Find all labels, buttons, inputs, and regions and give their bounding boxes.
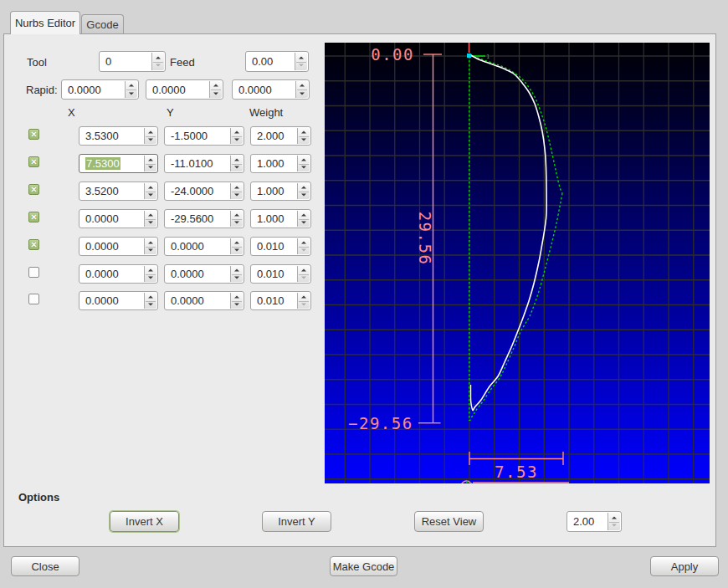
spin-down-icon[interactable] [234, 166, 239, 168]
spin-down-icon[interactable] [301, 138, 306, 141]
spin-up-icon[interactable] [234, 214, 239, 217]
spin-up-icon[interactable] [148, 131, 153, 134]
feed-spin-buttons[interactable] [295, 53, 307, 70]
spin-up-icon[interactable] [234, 131, 239, 134]
reset-view-button[interactable]: Reset View [414, 511, 484, 532]
point-4-x-spin-buttons[interactable] [144, 211, 156, 227]
point-5-x-spinbox[interactable]: 0.0000 [79, 237, 158, 256]
make-gcode-button[interactable]: Make Gcode [330, 556, 397, 576]
selected-point-marker[interactable] [467, 54, 471, 58]
point-5-weight-spinbox[interactable]: 0.010 [250, 237, 311, 256]
spin-down-icon[interactable] [234, 193, 239, 196]
point-1-y-spin-buttons[interactable] [230, 128, 243, 144]
point-1-enabled-checkbox[interactable] [28, 129, 39, 140]
point-1-weight-spin-buttons[interactable] [297, 128, 310, 144]
scale-spinbox[interactable]: 2.00 [567, 511, 622, 532]
point-5-x-spin-buttons[interactable] [144, 238, 156, 254]
spin-down-icon[interactable] [301, 221, 306, 223]
spin-up-icon[interactable] [301, 242, 306, 244]
spin-down-icon[interactable] [213, 92, 218, 95]
spin-down-icon[interactable] [148, 276, 153, 279]
point-2-weight-spin-buttons[interactable] [297, 156, 310, 171]
point-6-x-spinbox[interactable]: 0.0000 [79, 264, 158, 284]
spin-up-icon[interactable] [301, 269, 306, 272]
spin-up-icon[interactable] [301, 187, 306, 189]
spin-down-icon[interactable] [148, 138, 153, 141]
spin-up-icon[interactable] [301, 296, 306, 299]
point-1-weight-spinbox[interactable]: 2.000 [250, 126, 311, 146]
point-2-weight-spinbox[interactable]: 1.000 [250, 154, 311, 173]
spin-up-icon[interactable] [612, 516, 617, 519]
point-4-y-spin-buttons[interactable] [230, 211, 243, 227]
point-3-x-spinbox[interactable]: 3.5200 [79, 182, 158, 201]
point-4-weight-spinbox[interactable]: 1.000 [250, 209, 311, 228]
spin-down-icon[interactable] [301, 276, 306, 279]
point-6-x-spin-buttons[interactable] [144, 266, 156, 282]
rapid-x-spinbox[interactable]: 0.0000 [61, 79, 139, 100]
point-3-weight-spinbox[interactable]: 1.000 [250, 182, 311, 201]
spin-down-icon[interactable] [301, 248, 306, 251]
point-6-enabled-checkbox[interactable] [28, 267, 39, 278]
spin-up-icon[interactable] [148, 296, 153, 299]
point-6-y-spin-buttons[interactable] [230, 266, 243, 282]
spin-up-icon[interactable] [148, 187, 153, 189]
spin-down-icon[interactable] [612, 524, 617, 527]
point-7-x-spinbox[interactable]: 0.0000 [79, 291, 158, 310]
point-4-y-spinbox[interactable]: -29.5600 [164, 209, 244, 228]
spin-down-icon[interactable] [300, 92, 305, 95]
point-1-x-spin-buttons[interactable] [144, 128, 156, 144]
spin-down-icon[interactable] [148, 303, 153, 305]
point-3-y-spinbox[interactable]: -24.0000 [164, 182, 244, 201]
point-4-enabled-checkbox[interactable] [28, 212, 39, 222]
point-5-enabled-checkbox[interactable] [28, 239, 39, 250]
scale-spin-buttons[interactable] [608, 513, 620, 530]
point-7-enabled-checkbox[interactable] [28, 294, 39, 304]
spin-up-icon[interactable] [234, 242, 239, 244]
point-7-weight-spin-buttons[interactable] [297, 293, 310, 309]
spin-down-icon[interactable] [234, 138, 239, 141]
spin-down-icon[interactable] [234, 303, 239, 305]
point-2-x-spin-buttons[interactable] [144, 156, 156, 171]
spin-down-icon[interactable] [148, 166, 153, 168]
spin-down-icon[interactable] [234, 276, 239, 279]
point-1-y-spinbox[interactable]: -1.5000 [164, 126, 244, 146]
point-3-enabled-checkbox[interactable] [28, 184, 39, 195]
point-6-weight-spin-buttons[interactable] [297, 266, 310, 282]
point-4-x-spinbox[interactable]: 0.0000 [79, 209, 158, 228]
spin-up-icon[interactable] [148, 269, 153, 272]
spin-up-icon[interactable] [129, 84, 134, 87]
rapid-y-spin-buttons[interactable] [209, 81, 222, 98]
spin-up-icon[interactable] [148, 159, 153, 161]
point-2-x-spinbox[interactable]: 7.5300 [79, 154, 158, 173]
rapid-x-spin-buttons[interactable] [125, 81, 137, 98]
spin-down-icon[interactable] [156, 64, 161, 67]
spin-up-icon[interactable] [301, 159, 306, 161]
spin-down-icon[interactable] [301, 193, 306, 196]
spin-up-icon[interactable] [300, 84, 305, 87]
point-6-y-spinbox[interactable]: 0.0000 [164, 264, 244, 284]
point-3-x-spin-buttons[interactable] [144, 183, 156, 199]
spin-down-icon[interactable] [148, 248, 153, 251]
point-6-weight-spinbox[interactable]: 0.010 [250, 264, 311, 284]
invert-y-button[interactable]: Invert Y [262, 511, 331, 532]
tool-spinbox[interactable]: 0 [99, 51, 166, 72]
spin-down-icon[interactable] [148, 193, 153, 196]
spin-up-icon[interactable] [301, 214, 306, 217]
spin-up-icon[interactable] [213, 84, 218, 87]
point-2-enabled-checkbox[interactable] [28, 156, 39, 167]
spin-up-icon[interactable] [301, 131, 306, 134]
spin-up-icon[interactable] [148, 242, 153, 244]
spin-down-icon[interactable] [234, 221, 239, 223]
spin-up-icon[interactable] [234, 269, 239, 272]
point-3-weight-spin-buttons[interactable] [297, 183, 310, 199]
point-3-y-spin-buttons[interactable] [230, 183, 243, 199]
spin-down-icon[interactable] [301, 166, 306, 168]
point-2-y-spinbox[interactable]: -11.0100 [164, 154, 244, 173]
point-1-x-spinbox[interactable]: 3.5300 [79, 126, 158, 146]
point-5-weight-spin-buttons[interactable] [297, 238, 310, 254]
point-4-weight-spin-buttons[interactable] [297, 211, 310, 227]
spin-up-icon[interactable] [299, 56, 304, 59]
point-2-y-spin-buttons[interactable] [230, 156, 243, 171]
close-button[interactable]: Close [11, 556, 79, 576]
invert-x-button[interactable]: Invert X [110, 511, 179, 532]
